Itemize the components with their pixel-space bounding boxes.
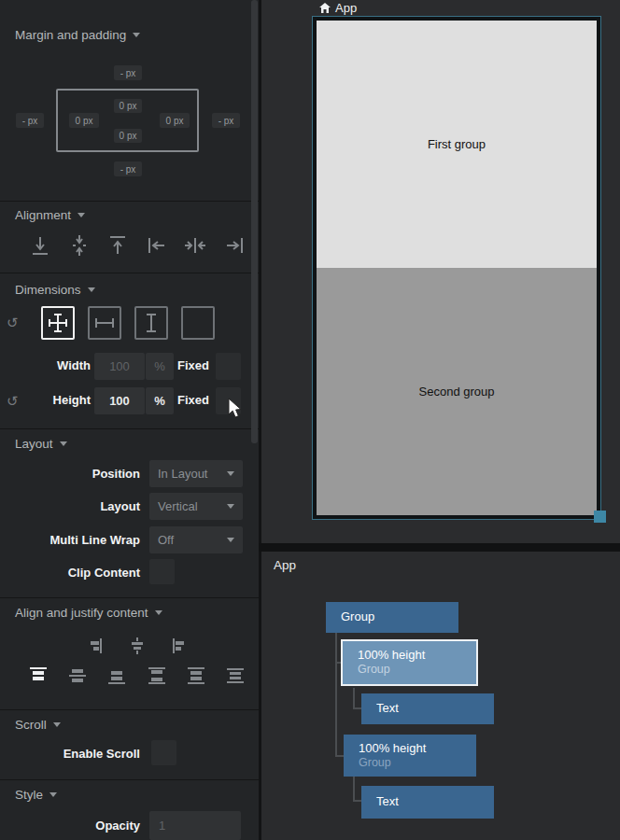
mouse-cursor xyxy=(227,398,244,420)
clip-content-checkbox[interactable] xyxy=(149,559,175,584)
tree-connector xyxy=(353,800,361,802)
tree-node-sublabel: Group xyxy=(359,756,476,771)
chevron-down-icon xyxy=(53,722,61,727)
wrap-dropdown[interactable]: Off xyxy=(149,526,243,553)
section-divider xyxy=(0,597,259,598)
frame-resize-handle[interactable] xyxy=(594,511,606,523)
section-divider xyxy=(0,201,259,202)
margin-left-input[interactable]: - px xyxy=(16,113,44,128)
height-fixed-label: Fixed xyxy=(177,393,209,407)
home-icon xyxy=(319,3,331,14)
margin-bottom-input[interactable]: - px xyxy=(114,161,142,176)
chevron-down-icon xyxy=(78,213,85,217)
tree-connector xyxy=(335,633,337,757)
canvas-viewport[interactable]: App First group Second group xyxy=(261,0,620,543)
space-around-icon[interactable] xyxy=(186,665,206,686)
height-label: Height xyxy=(19,393,91,407)
margin-padding-header[interactable]: Margin and padding xyxy=(15,28,140,42)
align-bottom-icon[interactable] xyxy=(28,233,52,258)
align-left-icon[interactable] xyxy=(145,233,169,258)
align-top-icon[interactable] xyxy=(106,233,130,258)
size-none-icon[interactable] xyxy=(181,306,215,340)
chevron-down-icon xyxy=(227,471,234,476)
section-divider xyxy=(0,428,259,429)
reset-size-icon[interactable]: ↺ xyxy=(7,315,19,331)
height-value-input[interactable]: 100 xyxy=(94,387,145,414)
panel-scrollbar[interactable] xyxy=(251,0,258,443)
align-right-icon[interactable] xyxy=(222,233,247,258)
style-header[interactable]: Style xyxy=(15,788,57,802)
frame-title-label: App xyxy=(335,1,357,15)
padding-right-input[interactable]: 0 px xyxy=(160,113,190,128)
tree-connector xyxy=(335,755,344,757)
chevron-down-icon xyxy=(155,610,162,615)
margin-right-input[interactable]: - px xyxy=(212,113,240,128)
dimensions-header[interactable]: Dimensions xyxy=(15,283,95,297)
tree-node-label: 100% height xyxy=(358,648,476,663)
first-group-label: First group xyxy=(428,137,486,151)
margin-top-input[interactable]: - px xyxy=(114,65,142,80)
tree-connector xyxy=(353,707,361,709)
center-horizontal-icon[interactable] xyxy=(183,233,207,258)
space-evenly-icon[interactable] xyxy=(225,665,246,686)
tree-node-group[interactable]: Group xyxy=(326,602,458,633)
tree-node-label: Text xyxy=(376,794,494,809)
layout-header-label: Layout xyxy=(15,437,53,451)
layout-header[interactable]: Layout xyxy=(15,437,67,451)
width-unit-select[interactable]: % xyxy=(146,353,174,380)
reset-height-icon[interactable]: ↺ xyxy=(7,393,19,410)
justify-start-icon[interactable] xyxy=(28,665,49,686)
tree-connector xyxy=(353,688,355,709)
align-items-end-icon[interactable] xyxy=(86,637,105,655)
outline-tree-panel: App Group 100% height Group Text 100% he… xyxy=(261,552,620,840)
tree-node-text[interactable]: Text xyxy=(361,786,494,819)
enable-scroll-label: Enable Scroll xyxy=(0,747,140,761)
center-vertical-icon[interactable] xyxy=(67,233,92,258)
width-value-input[interactable]: 100 xyxy=(94,353,145,380)
frame-title[interactable]: App xyxy=(319,1,357,15)
position-label: Position xyxy=(0,467,140,481)
alignment-header[interactable]: Alignment xyxy=(15,208,85,222)
second-group-label: Second group xyxy=(419,385,495,399)
size-both-icon[interactable] xyxy=(41,306,75,340)
position-dropdown[interactable]: In Layout xyxy=(149,460,243,487)
tree-connector xyxy=(353,777,355,802)
chevron-down-icon xyxy=(227,538,234,542)
first-group[interactable]: First group xyxy=(317,21,597,268)
padding-left-input[interactable]: 0 px xyxy=(69,113,99,128)
tree-node-100-height-group[interactable]: 100% height Group xyxy=(344,735,476,777)
justify-center-icon[interactable] xyxy=(67,665,88,686)
size-height-icon[interactable] xyxy=(134,306,168,340)
section-divider xyxy=(0,709,259,710)
tree-node-100-height-group-selected[interactable]: 100% height Group xyxy=(341,639,478,686)
chevron-down-icon xyxy=(49,792,57,797)
wrap-value: Off xyxy=(158,533,174,547)
opacity-input[interactable]: 1 xyxy=(149,811,241,840)
width-label: Width xyxy=(19,358,91,372)
second-group[interactable]: Second group xyxy=(317,268,597,515)
align-justify-header[interactable]: Align and justify content xyxy=(15,606,162,620)
padding-bottom-input[interactable]: 0 px xyxy=(114,129,142,143)
enable-scroll-checkbox[interactable] xyxy=(151,740,176,765)
height-unit-select[interactable]: % xyxy=(146,387,174,414)
justify-end-icon[interactable] xyxy=(106,665,127,686)
padding-top-input[interactable]: 0 px xyxy=(114,99,142,113)
dimensions-header-label: Dimensions xyxy=(15,283,81,297)
style-header-label: Style xyxy=(15,788,43,802)
design-frame[interactable]: First group Second group xyxy=(312,16,601,520)
settings-panel: Margin and padding - px - px - px - px 0… xyxy=(0,0,259,840)
section-divider xyxy=(0,273,259,273)
wrap-label: Multi Line Wrap xyxy=(0,533,140,547)
scroll-header[interactable]: Scroll xyxy=(15,718,61,732)
tree-node-text[interactable]: Text xyxy=(361,693,494,724)
space-between-icon[interactable] xyxy=(147,665,167,686)
align-items-start-icon[interactable] xyxy=(170,637,189,655)
clip-content-label: Clip Content xyxy=(0,566,140,580)
alignment-header-label: Alignment xyxy=(15,208,71,222)
align-justify-header-label: Align and justify content xyxy=(15,606,148,620)
width-fixed-checkbox[interactable] xyxy=(216,353,241,380)
size-width-icon[interactable] xyxy=(88,306,121,340)
margin-padding-header-label: Margin and padding xyxy=(15,28,126,42)
align-items-center-icon[interactable] xyxy=(128,637,147,655)
layout-dropdown[interactable]: Vertical xyxy=(149,493,243,520)
